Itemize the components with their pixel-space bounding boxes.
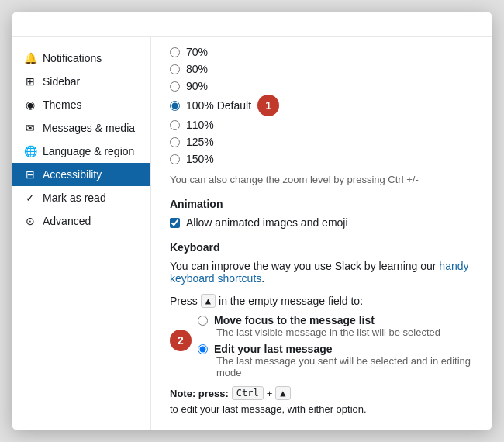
keyboard-option-desc-1: The last message you sent will be select… bbox=[216, 355, 474, 378]
keyboard-option-label-1: Edit your last message bbox=[214, 343, 333, 355]
zoom-hint: You can also change the zoom level by pr… bbox=[170, 174, 474, 185]
note-ctrl-kbd: Ctrl bbox=[232, 386, 264, 400]
press-after-text: in the empty message field to: bbox=[219, 295, 363, 307]
sidebar-item-themes[interactable]: ◉Themes bbox=[12, 93, 150, 116]
zoom-radio-90[interactable] bbox=[170, 81, 180, 92]
sidebar-item-label-themes: Themes bbox=[43, 98, 82, 111]
language-region-icon: 🌐 bbox=[24, 145, 36, 157]
keyboard-radio-inner: Move focus to the message listThe last v… bbox=[198, 314, 474, 378]
keyboard-option-desc-0: The last visible message in the list wil… bbox=[216, 326, 474, 338]
sidebar-item-label-sidebar: Sidebar bbox=[43, 75, 80, 88]
zoom-option-100: 100% Default bbox=[170, 97, 251, 114]
keyboard-radio-row-1: Edit your last message bbox=[198, 343, 474, 355]
note-suffix: to edit your last message, with either o… bbox=[170, 403, 367, 415]
zoom-label-90: 90% bbox=[186, 80, 208, 92]
animation-label: Allow animated images and emoji bbox=[186, 216, 348, 229]
sidebar-icon: ⊞ bbox=[24, 75, 36, 88]
modal-header bbox=[12, 12, 492, 37]
sidebar-item-label-messages-media: Messages & media bbox=[43, 122, 135, 134]
zoom-radio-100[interactable] bbox=[170, 101, 180, 111]
keyboard-section: KeyboardYou can improve the way you use … bbox=[170, 241, 474, 415]
press-key-kbd: ▲ bbox=[201, 294, 216, 308]
sidebar-item-label-language-region: Language & region bbox=[43, 145, 134, 157]
sidebar-item-label-accessibility: Accessibility bbox=[43, 168, 102, 181]
zoom-label-80: 80% bbox=[186, 63, 208, 75]
accessibility-icon: ⊟ bbox=[24, 168, 36, 181]
modal-body: 🔔Notifications⊞Sidebar◉Themes✉Messages &… bbox=[12, 37, 492, 430]
zoom-option-70: 70% bbox=[170, 43, 474, 60]
sidebar-item-advanced[interactable]: ⊙Advanced bbox=[12, 209, 150, 233]
zoom-option-90: 90% bbox=[170, 78, 474, 95]
sidebar-item-language-region[interactable]: 🌐Language & region bbox=[12, 140, 150, 163]
note-key-kbd: ▲ bbox=[275, 386, 290, 400]
preferences-modal: 🔔Notifications⊞Sidebar◉Themes✉Messages &… bbox=[12, 12, 492, 430]
sidebar: 🔔Notifications⊞Sidebar◉Themes✉Messages &… bbox=[12, 37, 151, 430]
zoom-radio-80[interactable] bbox=[170, 64, 180, 74]
zoom-label-150: 150% bbox=[186, 153, 214, 165]
mark-as-read-icon: ✓ bbox=[24, 192, 36, 204]
messages-media-icon: ✉ bbox=[24, 122, 36, 134]
keyboard-radio-focus[interactable] bbox=[198, 316, 208, 326]
sidebar-item-label-mark-as-read: Mark as read bbox=[43, 192, 106, 204]
zoom-label-125: 125% bbox=[186, 136, 214, 148]
zoom-label-100: 100% Default bbox=[186, 99, 251, 112]
keyboard-option-0: Move focus to the message listThe last v… bbox=[198, 314, 474, 338]
animation-section: AnimationAllow animated images and emoji bbox=[170, 198, 474, 229]
close-button[interactable] bbox=[471, 24, 477, 27]
zoom-radio-125[interactable] bbox=[170, 137, 180, 147]
main-content: 70%80%90%100% Default1110%125%150%You ca… bbox=[151, 37, 492, 430]
zoom-option-125: 125% bbox=[170, 133, 474, 150]
sidebar-item-notifications[interactable]: 🔔Notifications bbox=[12, 47, 150, 70]
sidebar-item-sidebar[interactable]: ⊞Sidebar bbox=[12, 70, 150, 93]
advanced-icon: ⊙ bbox=[24, 215, 36, 227]
keyboard-option-label-0: Move focus to the message list bbox=[214, 314, 375, 326]
sidebar-item-label-notifications: Notifications bbox=[43, 52, 102, 64]
notifications-icon: 🔔 bbox=[24, 52, 36, 64]
sidebar-item-mark-as-read[interactable]: ✓Mark as read bbox=[12, 186, 150, 209]
zoom-option-150: 150% bbox=[170, 150, 474, 167]
animation-title: Animation bbox=[170, 198, 474, 210]
zoom-section: 70%80%90%100% Default1110%125%150%You ca… bbox=[170, 37, 474, 185]
sidebar-item-label-advanced: Advanced bbox=[43, 215, 91, 227]
keyboard-shortcuts-link[interactable]: handy keyboard shortcuts bbox=[170, 260, 469, 285]
keyboard-radio-row-0: Move focus to the message list bbox=[198, 314, 474, 326]
annotation-1: 1 bbox=[257, 95, 279, 116]
zoom-radio-110[interactable] bbox=[170, 120, 180, 130]
keyboard-description: You can improve the way you use Slack by… bbox=[170, 260, 474, 285]
zoom-option-80: 80% bbox=[170, 60, 474, 78]
keyboard-title: Keyboard bbox=[170, 241, 474, 254]
zoom-radio-70[interactable] bbox=[170, 47, 180, 57]
annotation-2: 2 bbox=[170, 330, 192, 351]
animation-checkbox-row: Allow animated images and emoji bbox=[170, 216, 474, 229]
zoom-label-70: 70% bbox=[186, 46, 208, 58]
annotation-2-wrapper: 2Move focus to the message listThe last … bbox=[170, 314, 474, 378]
themes-icon: ◉ bbox=[24, 98, 36, 111]
animation-checkbox[interactable] bbox=[170, 218, 180, 228]
keyboard-note: Note: press: Ctrl + ▲ to edit your last … bbox=[170, 386, 474, 415]
press-before-text: Press bbox=[170, 295, 198, 307]
zoom-label-110: 110% bbox=[186, 119, 214, 131]
sidebar-item-messages-media[interactable]: ✉Messages & media bbox=[12, 116, 150, 140]
keyboard-option-1: Edit your last messageThe last message y… bbox=[198, 343, 474, 378]
press-label: Press ▲ in the empty message field to: bbox=[170, 294, 474, 308]
note-plus: + bbox=[267, 388, 273, 399]
keyboard-radio-edit[interactable] bbox=[198, 344, 208, 354]
note-label: Note: press: bbox=[170, 388, 229, 399]
sidebar-item-accessibility[interactable]: ⊟Accessibility bbox=[12, 163, 150, 186]
zoom-option-110: 110% bbox=[170, 116, 474, 133]
zoom-radio-150[interactable] bbox=[170, 154, 180, 164]
zoom-default-wrapper: 100% Default1 bbox=[170, 95, 474, 116]
